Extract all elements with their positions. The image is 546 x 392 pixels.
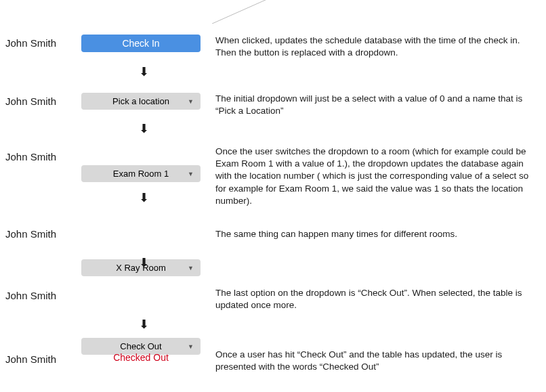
dropdown-value: Check Out [120,341,161,351]
patient-name: John Smith [5,37,56,49]
down-arrow-icon: ⬇ [139,257,146,269]
svg-line-0 [212,0,273,24]
step-description: The last option on the dropdown is “Chec… [215,287,539,311]
chevron-down-icon: ▼ [188,98,194,105]
down-arrow-icon: ⬇ [139,66,146,78]
step-description: The initial dropdown will just be a sele… [215,93,539,117]
patient-name: John Smith [5,353,56,365]
step-description: The same thing can happen many times for… [215,228,457,240]
check-in-button-label: Check In [122,38,159,49]
patient-name: John Smith [5,228,56,240]
checked-out-status: Checked Out [81,352,201,363]
chevron-down-icon: ▼ [188,171,194,177]
dropdown-value: Pick a location [112,96,169,106]
step-description: Once a user has hit “Check Out” and the … [215,349,539,373]
down-arrow-icon: ⬇ [139,192,146,204]
step-description: Once the user switches the dropdown to a… [215,146,539,207]
down-arrow-icon: ⬇ [139,318,146,330]
chevron-down-icon: ▼ [188,265,194,271]
patient-name: John Smith [5,151,56,162]
down-arrow-icon: ⬇ [139,123,146,135]
location-dropdown-initial[interactable]: Pick a location ▼ [81,93,201,110]
patient-name: John Smith [5,95,56,107]
check-in-button[interactable]: Check In [81,35,201,52]
chevron-down-icon: ▼ [188,343,194,350]
patient-name: John Smith [5,290,56,301]
dropdown-value: Exam Room 1 [113,169,169,179]
annotation-pointer-line [212,0,273,24]
location-dropdown-exam-room[interactable]: Exam Room 1 ▼ [81,165,201,182]
checked-out-status-label: Checked Out [113,352,169,363]
step-description: When clicked, updates the schedule datab… [215,35,539,59]
